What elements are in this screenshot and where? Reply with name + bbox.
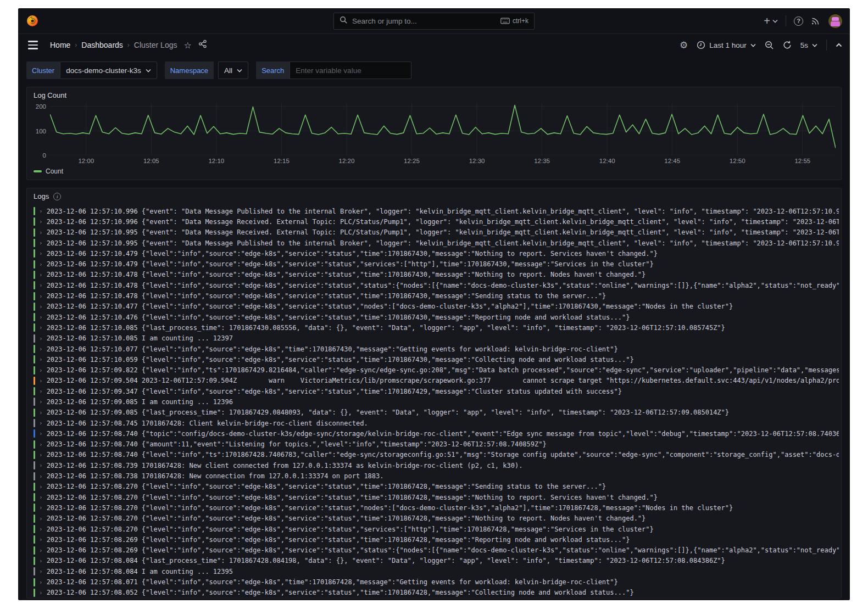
log-row[interactable]: › 2023-12-06 12:57:10.995 {"event": "Dat… xyxy=(34,238,839,248)
log-row[interactable]: › 2023-12-06 12:57:08.738 1701867428: Ne… xyxy=(34,471,839,481)
variable-search-label: Search xyxy=(256,62,290,79)
log-row[interactable]: › 2023-12-06 12:57:08.740 {"topic":"conf… xyxy=(34,428,839,439)
log-timestamp: 2023-12-06 12:57:08.740 xyxy=(47,430,138,438)
log-row[interactable]: › 2023-12-06 12:57:08.084 I am counting … xyxy=(34,566,839,577)
legend-series-label[interactable]: Count xyxy=(46,167,63,175)
log-count-panel-title[interactable]: Log Count xyxy=(27,87,841,102)
log-row[interactable]: › 2023-12-06 12:57:08.084 {"last_process… xyxy=(34,556,839,566)
zoom-out-button[interactable] xyxy=(765,41,774,50)
collapse-toolbar-button[interactable] xyxy=(836,43,842,47)
log-message: {"level":"info","source":"edge-k8s","ser… xyxy=(142,282,839,289)
log-row[interactable]: › 2023-12-06 12:57:10.077 {"level":"info… xyxy=(34,344,839,354)
log-message: {"level":"info","source":"edge-k8s","ser… xyxy=(142,589,634,596)
log-row[interactable]: › 2023-12-06 12:57:10.479 {"level":"info… xyxy=(34,259,839,269)
favorite-star-icon[interactable]: ☆ xyxy=(183,40,191,51)
chevron-up-icon xyxy=(836,43,842,47)
log-row[interactable]: › 2023-12-06 12:57:07.592 127.0.0.1 - - … xyxy=(34,598,839,599)
log-message: 2023-12-06T12:57:09.504Z warn VictoriaMe… xyxy=(142,377,839,384)
log-row[interactable]: › 2023-12-06 12:57:10.478 {"level":"info… xyxy=(34,280,839,290)
variable-namespace-select[interactable]: All xyxy=(218,62,248,79)
log-row[interactable]: › 2023-12-06 12:57:10.479 {"level":"info… xyxy=(34,248,839,259)
log-row[interactable]: › 2023-12-06 12:57:10.476 {"level":"info… xyxy=(34,312,839,322)
breadcrumb-home[interactable]: Home xyxy=(50,41,70,49)
log-row[interactable]: › 2023-12-06 12:57:09.822 {"level":"info… xyxy=(34,365,839,375)
variable-cluster-select[interactable]: docs-demo-cluster-k3s xyxy=(60,62,157,79)
grafana-app: Search or jump to... ctrl+k + ? xyxy=(18,8,850,600)
log-row[interactable]: › 2023-12-06 12:57:08.745 1701867428: Cl… xyxy=(34,418,839,428)
share-icon[interactable] xyxy=(198,40,207,51)
log-row[interactable]: › 2023-12-06 12:57:10.478 {"level":"info… xyxy=(34,290,839,301)
log-row[interactable]: › 2023-12-06 12:57:10.995 {"event": "Dat… xyxy=(34,227,839,238)
log-message: {"level":"info","source":"edge-k8s","ser… xyxy=(142,546,839,554)
expand-chevron-icon: › xyxy=(39,218,43,225)
log-message: I am counting ... 12396 xyxy=(142,398,233,406)
log-row[interactable]: › 2023-12-06 12:57:10.478 {"level":"info… xyxy=(34,270,839,280)
log-timestamp: 2023-12-06 12:57:09.822 xyxy=(47,366,138,374)
log-level-bar xyxy=(34,546,35,555)
log-message: {"level":"info","source":"edge-k8s","ser… xyxy=(142,292,606,300)
log-row[interactable]: › 2023-12-06 12:57:09.085 {"last_process… xyxy=(34,407,839,418)
log-row[interactable]: › 2023-12-06 12:57:10.085 {"last_process… xyxy=(34,322,839,333)
log-row[interactable]: › 2023-12-06 12:57:08.269 {"level":"info… xyxy=(34,534,839,545)
log-row[interactable]: › 2023-12-06 12:57:10.059 {"level":"info… xyxy=(34,354,839,365)
log-row[interactable]: › 2023-12-06 12:57:08.269 {"level":"info… xyxy=(34,545,839,556)
help-button[interactable]: ? xyxy=(794,16,803,26)
log-message: 1701867428: New connection from 127.0.0.… xyxy=(142,472,384,480)
log-row[interactable]: › 2023-12-06 12:57:08.270 {"level":"info… xyxy=(34,482,839,492)
log-count-chart[interactable]: 200 100 0 12:0012:0512:1012:1512:2012:25… xyxy=(27,102,841,166)
log-level-bar xyxy=(34,260,35,269)
user-avatar[interactable] xyxy=(828,14,842,28)
log-row[interactable]: › 2023-12-06 12:57:08.071 {"level":"info… xyxy=(34,577,839,587)
new-dashboard-button[interactable]: + xyxy=(764,15,778,26)
log-row[interactable]: › 2023-12-06 12:57:08.270 {"level":"info… xyxy=(34,492,839,502)
refresh-interval-picker[interactable]: 5s xyxy=(800,41,817,49)
log-row[interactable]: › 2023-12-06 12:57:08.270 {"level":"info… xyxy=(34,524,839,534)
log-row[interactable]: › 2023-12-06 12:57:08.270 {"level":"info… xyxy=(34,513,839,524)
log-row[interactable]: › 2023-12-06 12:57:09.347 {"level":"info… xyxy=(34,386,839,396)
info-icon[interactable]: i xyxy=(53,193,61,200)
log-row[interactable]: › 2023-12-06 12:57:09.504 2023-12-06T12:… xyxy=(34,376,839,386)
logs-panel-title[interactable]: Logs i xyxy=(27,188,841,203)
log-timestamp: 2023-12-06 12:57:10.085 xyxy=(47,334,138,342)
log-timestamp: 2023-12-06 12:57:10.995 xyxy=(47,239,138,247)
x-tick-label: 12:05 xyxy=(143,158,159,164)
log-level-bar xyxy=(34,440,35,449)
log-timestamp: 2023-12-06 12:57:10.996 xyxy=(47,218,138,226)
log-timestamp: 2023-12-06 12:57:08.269 xyxy=(47,536,138,544)
search-placeholder: Search or jump to... xyxy=(352,17,496,25)
expand-chevron-icon: › xyxy=(39,409,43,416)
refresh-interval-label: 5s xyxy=(800,41,808,49)
log-message: {"level":"info","ts":1701867429.8216484,… xyxy=(142,366,839,374)
breadcrumb-dashboards[interactable]: Dashboards xyxy=(81,41,123,49)
grafana-logo-icon[interactable] xyxy=(26,14,39,27)
search-input[interactable]: Search or jump to... ctrl+k xyxy=(333,13,535,30)
log-row[interactable]: › 2023-12-06 12:57:10.996 {"event": "Dat… xyxy=(34,216,839,227)
log-row[interactable]: › 2023-12-06 12:57:10.085 I am counting … xyxy=(34,333,839,344)
variable-search-input[interactable] xyxy=(290,62,411,79)
expand-chevron-icon: › xyxy=(39,579,43,586)
refresh-button[interactable] xyxy=(783,41,792,49)
log-level-bar xyxy=(34,398,35,406)
menu-button[interactable] xyxy=(26,38,40,52)
dashboard-settings-button[interactable]: ⚙ xyxy=(680,40,688,51)
log-row[interactable]: › 2023-12-06 12:57:10.996 {"event": "Dat… xyxy=(34,206,839,216)
log-row[interactable]: › 2023-12-06 12:57:08.740 {"amount":11,"… xyxy=(34,439,839,450)
log-row[interactable]: › 2023-12-06 12:57:09.085 I am counting … xyxy=(34,396,839,407)
log-message: {"event": "Data Message Received. Extern… xyxy=(142,218,839,226)
log-row[interactable]: › 2023-12-06 12:57:08.739 1701867428: Ne… xyxy=(34,460,839,471)
chevron-down-icon xyxy=(146,69,151,72)
search-icon xyxy=(340,16,348,26)
log-row[interactable]: › 2023-12-06 12:57:08.270 {"level":"info… xyxy=(34,502,839,513)
variable-namespace-label: Namespace xyxy=(165,62,214,79)
log-row[interactable]: › 2023-12-06 12:57:08.052 {"level":"info… xyxy=(34,588,839,598)
news-button[interactable] xyxy=(811,16,821,26)
log-row[interactable]: › 2023-12-06 12:57:08.740 {"level":"info… xyxy=(34,450,839,460)
log-timestamp: 2023-12-06 12:57:10.478 xyxy=(47,292,138,300)
log-level-bar xyxy=(34,429,35,438)
x-tick-label: 12:40 xyxy=(599,158,615,164)
time-range-picker[interactable]: Last 1 hour xyxy=(697,41,756,49)
log-row[interactable]: › 2023-12-06 12:57:10.477 {"level":"info… xyxy=(34,301,839,312)
x-tick-label: 12:35 xyxy=(534,158,550,164)
log-level-bar xyxy=(34,409,35,417)
x-tick-label: 12:30 xyxy=(469,158,485,164)
